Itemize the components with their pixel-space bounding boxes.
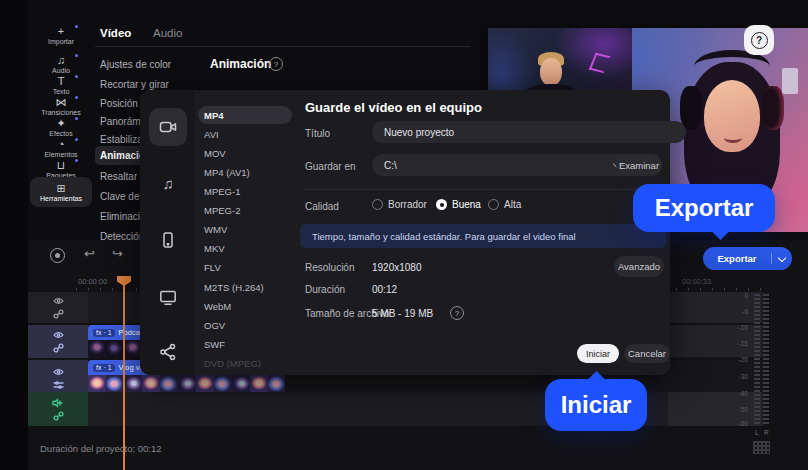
radio-checked-icon[interactable] — [436, 199, 447, 210]
link-icon[interactable] — [53, 411, 64, 421]
menu-item-posicion[interactable]: Posición — [100, 98, 138, 109]
format-dvd[interactable]: DVD (MPEG) — [204, 358, 261, 369]
destination-audio[interactable]: ♫ — [149, 164, 187, 202]
format-webm[interactable]: WebM — [204, 301, 231, 312]
format-ogv[interactable]: OGV — [204, 320, 225, 331]
playhead-line[interactable] — [123, 278, 125, 470]
sidebar-label: Herramientas — [40, 195, 82, 202]
audio-track-header[interactable] — [28, 392, 88, 426]
quality-option-buena[interactable]: Buena — [436, 199, 481, 210]
destination-local-video[interactable] — [149, 108, 187, 146]
format-mpeg2[interactable]: MPEG-2 — [204, 205, 240, 216]
chevron-down-icon[interactable] — [772, 257, 792, 261]
ruler-time-start: 00:00:00 — [78, 277, 107, 286]
eye-icon[interactable] — [53, 296, 64, 306]
format-mp4-av1[interactable]: MP4 (AV1) — [204, 167, 250, 178]
effects-icon: ✦ — [56, 118, 65, 129]
resolution-label: Resolución — [305, 262, 354, 273]
format-mkv[interactable]: MKV — [204, 243, 225, 254]
playhead-handle[interactable] — [117, 276, 131, 286]
quality-info-banner: Tiempo, tamaño y calidad estándar. Para … — [300, 224, 666, 248]
save-location-value: C:\ — [384, 160, 614, 171]
destination-device[interactable] — [149, 221, 187, 259]
format-wmv[interactable]: WMV — [204, 224, 227, 235]
format-mpeg1[interactable]: MPEG-1 — [204, 186, 240, 197]
help-icon: ? — [751, 32, 768, 49]
radio-label: Borrador — [388, 199, 427, 210]
title-input[interactable]: Nuevo proyecto — [372, 121, 686, 143]
quality-option-borrador[interactable]: Borrador — [372, 199, 427, 210]
new-dot — [75, 75, 78, 78]
menu-item-estabilizacion[interactable]: Estabiliza — [100, 134, 143, 145]
quality-option-alta[interactable]: Alta — [488, 199, 521, 210]
format-flv[interactable]: FLV — [204, 262, 221, 273]
dialog-heading: Guarde el vídeo en el equipo — [305, 100, 482, 115]
elements-icon: ◔ — [58, 139, 65, 150]
format-swf[interactable]: SWF — [204, 339, 225, 350]
menu-item-panoramica[interactable]: Panorám — [100, 116, 141, 127]
link-icon[interactable] — [53, 343, 64, 353]
meter-grid-icon[interactable] — [753, 441, 770, 454]
advanced-button[interactable]: Avanzado — [614, 256, 664, 277]
headphone-cup — [762, 86, 784, 130]
tab-audio[interactable]: Audio — [153, 27, 182, 39]
destination-tv[interactable] — [149, 278, 187, 316]
section-title-animacion: Animación — [210, 57, 271, 71]
tab-video[interactable]: Vídeo — [100, 27, 131, 39]
menu-item-recortar-y-girar[interactable]: Recortar y girar — [100, 79, 169, 90]
meter-channel-left: L — [755, 429, 759, 436]
track-header[interactable] — [28, 360, 88, 396]
format-avi[interactable]: AVI — [204, 129, 219, 140]
speaker-icon[interactable] — [52, 398, 64, 408]
audio-track-lane[interactable] — [88, 392, 764, 426]
eye-icon[interactable] — [53, 367, 64, 377]
export-button[interactable]: Exportar — [703, 247, 792, 270]
meter-label: -50 — [728, 406, 748, 413]
new-dot — [75, 25, 78, 28]
format-mp4[interactable]: MP4 — [204, 110, 224, 121]
help-button[interactable]: ? — [744, 25, 774, 55]
eye-icon[interactable] — [53, 330, 64, 340]
radio-icon[interactable] — [372, 199, 383, 210]
link-icon[interactable] — [53, 309, 64, 319]
export-button-label: Exportar — [703, 253, 771, 264]
new-dot — [75, 117, 78, 120]
audio-meter-left — [754, 294, 760, 426]
sidebar-item-importar[interactable]: + Importar — [30, 22, 92, 49]
menu-item-resaltar[interactable]: Resaltar y — [100, 171, 145, 182]
callout-iniciar-label: Iniciar — [561, 391, 632, 419]
track-header[interactable] — [28, 292, 88, 323]
sliders-icon[interactable] — [53, 380, 64, 390]
sidebar-item-herramientas[interactable]: ⊞ Herramientas — [30, 177, 92, 207]
start-button[interactable]: Iniciar — [577, 344, 619, 363]
redo-icon[interactable]: ↪ — [112, 247, 123, 260]
menu-item-eliminacion[interactable]: Eliminació — [100, 211, 146, 222]
menu-item-ajustes-de-color[interactable]: Ajustes de color — [100, 59, 171, 70]
browse-button[interactable]: Examinar — [616, 154, 662, 176]
destination-share[interactable] — [149, 333, 187, 371]
undo-icon[interactable]: ↩ — [84, 247, 95, 260]
record-icon[interactable] — [50, 248, 65, 263]
new-dot — [75, 96, 78, 99]
project-duration-status: Duración del proyecto: 00:12 — [40, 443, 161, 454]
video-camera-icon — [158, 117, 178, 137]
import-icon: + — [58, 26, 64, 37]
radio-icon[interactable] — [488, 199, 499, 210]
format-m2ts[interactable]: M2TS (H.264) — [204, 282, 264, 293]
callout-iniciar[interactable]: Iniciar — [545, 379, 647, 431]
title-value: Nuevo proyecto — [384, 127, 454, 138]
banner-text: Tiempo, tamaño y calidad estándar. Para … — [312, 231, 576, 242]
format-mov[interactable]: MOV — [204, 148, 226, 159]
filesize-help-icon[interactable]: ? — [450, 306, 464, 320]
help-circle-icon[interactable]: ? — [269, 57, 283, 71]
cancel-button[interactable]: Cancelar — [624, 344, 670, 363]
track-header[interactable] — [28, 325, 88, 358]
save-location-label: Guardar en — [305, 161, 356, 172]
app-window: + Importar ♫ Audio T Texto ⋈ Transicione… — [0, 0, 808, 470]
export-dialog: ♫ MP4 AVI MOV MP4 (AV1) MPEG-1 MPEG-2 WM… — [140, 90, 670, 375]
save-location-select[interactable]: C:\ — [372, 154, 632, 176]
text-icon: T — [58, 76, 65, 87]
meter-label: -30 — [728, 373, 748, 380]
callout-exportar[interactable]: Exportar — [633, 184, 775, 232]
resolution-value: 1920x1080 — [372, 262, 422, 273]
